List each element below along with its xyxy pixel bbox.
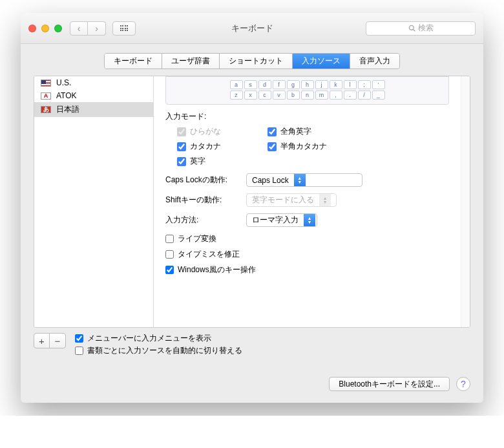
auto-switch-check[interactable]: 書類ごとに入力ソースを自動的に切り替える [75,345,470,356]
atok-icon: A [41,92,51,100]
panel: U.S. A ATOK あ 日本語 asdfghjkl;' zxcvbnm,./… [34,76,470,328]
traffic-lights [28,25,62,32]
input-mode-grid: ひらがな 全角英字 カタカナ 半角カタカナ [177,126,449,167]
svg-line-1 [413,30,415,32]
caps-lock-select[interactable]: Caps Lock ▲▼ [246,173,362,187]
zoom-icon[interactable] [54,25,62,32]
live-conversion-checkbox[interactable] [165,235,174,243]
mode-hiragana: ひらがな [177,126,255,137]
source-atok[interactable]: A ATOK [34,89,153,102]
remove-source-button[interactable]: − [50,334,65,348]
windows-keys-checkbox[interactable] [165,266,174,274]
show-menu-checkbox[interactable] [75,334,83,343]
grid-icon [120,25,129,31]
source-label: ATOK [56,91,77,100]
windows-keys-check[interactable]: Windows風のキー操作 [165,264,449,275]
input-source-list: U.S. A ATOK あ 日本語 [34,76,154,327]
keyboard-preview: asdfghjkl;' zxcvbnm,./_ [165,76,449,105]
input-method-row: 入力方法: ローマ字入力 ▲▼ [165,213,449,227]
typo-fix-checkbox[interactable] [165,250,174,259]
close-icon[interactable] [28,25,36,32]
hiragana-checkbox [177,127,186,136]
mode-zenkaku-eiji[interactable]: 全角英字 [268,126,371,137]
tab-dictation[interactable]: 音声入力 [350,54,399,69]
source-label: 日本語 [56,104,79,115]
chevron-updown-icon: ▲▼ [319,193,331,207]
tab-user-dict[interactable]: ユーザ辞書 [162,54,220,69]
search-input[interactable]: 検索 [366,21,476,36]
show-all-button[interactable] [112,21,136,36]
bottom-row: + − メニューバーに入力メニューを表示 書類ごとに入力ソースを自動的に切り替え… [34,333,470,356]
show-menu-check[interactable]: メニューバーに入力メニューを表示 [75,333,470,344]
nav-buttons: ‹ › [70,21,106,36]
shift-select: 英字モードに入る ▲▼ [246,193,337,207]
mode-katakana[interactable]: カタカナ [177,141,255,152]
svg-point-0 [409,25,414,30]
source-japanese[interactable]: あ 日本語 [34,102,153,117]
preferences-window: ‹ › キーボード 検索 キーボード ユーザ辞書 ショートカット 入力ソース 音… [21,13,483,403]
live-conversion-check[interactable]: ライブ変換 [165,233,449,244]
typo-fix-check[interactable]: タイプミスを修正 [165,249,449,260]
tab-bar: キーボード ユーザ辞書 ショートカット 入力ソース 音声入力 [21,44,483,76]
input-method-label: 入力方法: [165,215,240,226]
forward-button[interactable]: › [88,21,106,36]
mode-eiji[interactable]: 英字 [177,156,255,167]
window-title: キーボード [231,23,273,34]
add-remove-buttons: + − [34,333,66,348]
back-button[interactable]: ‹ [70,21,88,36]
zenkaku-eiji-checkbox[interactable] [268,127,277,136]
detail-pane: asdfghjkl;' zxcvbnm,./_ 入力モード: ひらがな 全角英字 [154,76,461,327]
input-method-select[interactable]: ローマ字入力 ▲▼ [246,213,317,227]
mode-hankaku-katakana[interactable]: 半角カタカナ [268,141,371,152]
caps-lock-label: Caps Lockの動作: [165,175,240,186]
content-area: U.S. A ATOK あ 日本語 asdfghjkl;' zxcvbnm,./… [21,76,483,367]
search-icon [408,25,415,32]
eiji-checkbox[interactable] [177,157,186,166]
add-source-button[interactable]: + [34,334,50,348]
footer: Bluetoothキーボードを設定... ? [21,367,483,403]
tab-input-sources[interactable]: 入力ソース [293,54,350,69]
shift-row: Shiftキーの動作: 英字モードに入る ▲▼ [165,193,449,207]
titlebar: ‹ › キーボード 検索 [21,13,483,44]
help-button[interactable]: ? [456,377,470,391]
source-us[interactable]: U.S. [34,76,153,89]
source-label: U.S. [56,78,71,87]
chevron-updown-icon: ▲▼ [294,173,306,187]
minimize-icon[interactable] [41,25,49,32]
tab-keyboard[interactable]: キーボード [105,54,162,69]
katakana-checkbox[interactable] [177,142,186,151]
us-flag-icon [41,80,51,87]
bluetooth-keyboard-button[interactable]: Bluetoothキーボードを設定... [329,377,450,391]
caps-lock-row: Caps Lockの動作: Caps Lock ▲▼ [165,173,449,187]
hiragana-icon: あ [41,106,51,113]
auto-switch-checkbox[interactable] [75,347,83,355]
input-mode-label: 入力モード: [165,111,449,122]
tab-shortcuts[interactable]: ショートカット [220,54,293,69]
shift-label: Shiftキーの動作: [165,195,240,206]
hankaku-katakana-checkbox[interactable] [268,142,277,151]
scrollbar[interactable] [461,76,470,327]
chevron-updown-icon: ▲▼ [304,213,315,227]
search-placeholder: 検索 [418,23,434,34]
